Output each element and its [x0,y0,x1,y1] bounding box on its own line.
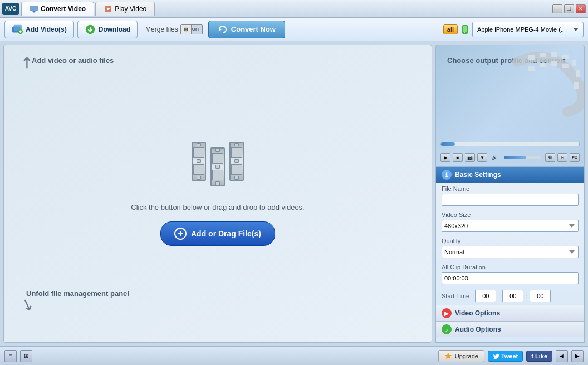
svg-rect-18 [574,82,579,89]
film-hole [197,143,201,147]
grid-view-button[interactable]: ⊞ [20,350,32,362]
film-hole [234,159,239,163]
convert-tab-icon [30,4,38,13]
dropdown-button[interactable]: ▼ [477,153,487,162]
facebook-button[interactable]: f Like [526,351,552,362]
film-strip-middle [210,147,225,186]
tab-play[interactable]: Play Video [95,2,155,16]
progress-fill [441,142,455,146]
time-sep-2: : [526,293,527,299]
film-frame [212,153,223,164]
file-name-row: File Name [436,182,584,209]
svg-rect-0 [30,6,38,11]
download-icon [85,24,96,35]
upgrade-button[interactable]: Upgrade [438,350,484,362]
tab-convert[interactable]: Convert Video [21,2,94,16]
settings-header: ℹ Basic Settings [436,167,584,182]
film-frame [212,170,223,180]
film-strip-left [192,142,206,181]
settings-info-icon: ℹ [442,170,452,180]
duration-input[interactable] [442,272,579,284]
cut-button[interactable]: ✂ [557,153,567,162]
svg-point-11 [464,32,465,33]
merge-files-label: Merge files [145,26,178,33]
film-hole [197,159,201,163]
all-button[interactable]: all [443,24,458,34]
close-button[interactable]: ✕ [576,4,586,13]
volume-fill [504,156,526,159]
video-options-icon: ▶ [442,308,452,318]
twitter-button[interactable]: Tweet [488,351,523,362]
film-hole [197,176,201,180]
upgrade-label: Upgrade [455,353,478,359]
video-options-button[interactable]: ▶ Video Options [436,305,584,321]
add-videos-icon: + [12,24,23,35]
nav-prev-button[interactable]: ◀ [556,350,568,362]
convert-now-label: Convert Now [231,25,276,33]
list-view-button[interactable]: ≡ [4,350,17,362]
twitter-icon [493,353,499,359]
svg-marker-23 [445,353,452,359]
file-name-label: File Name [442,185,579,192]
film-frame [231,147,242,158]
nav-next-button[interactable]: ▶ [571,350,584,362]
phone-icon [459,24,471,35]
start-time-row: Start Time : : : [436,287,584,305]
minimize-button[interactable]: — [552,4,562,13]
convert-now-button[interactable]: Convert Now [208,21,285,38]
settings-header-label: Basic Settings [455,171,501,179]
audio-options-button[interactable]: ♪ Audio Options [436,321,584,337]
video-size-select[interactable]: 480x320 320x240 640x480 1280x720 [442,220,579,232]
window-controls: — ❐ ✕ [552,4,586,13]
audio-options-icon: ♪ [442,324,452,334]
profile-dropdown[interactable]: Apple iPhone MPEG-4 Movie (... [472,22,584,37]
add-circle-icon: + [174,228,187,240]
svg-rect-14 [551,52,557,57]
toggle-squares-icon: ⊞ [181,25,192,34]
add-files-button[interactable]: + Add or Drag File(s) [160,221,275,246]
film-strip-right [229,142,244,181]
play-button[interactable]: ▶ [440,153,450,162]
svg-rect-12 [528,55,535,60]
unfold-hint-text: Unfold file management panel [26,289,129,298]
film-frame [193,164,204,175]
svg-rect-13 [540,53,546,57]
volume-slider[interactable] [504,156,541,159]
convert-icon [218,24,228,34]
merge-files-section: Merge files ⊞ OFF [145,24,203,34]
profile-section: all Apple iPhone MPEG-4 Movie (... [443,22,584,37]
stop-button[interactable]: ■ [453,153,463,162]
quality-select[interactable]: Normal High Low Best [442,246,579,258]
quality-label: Quality [442,238,579,244]
add-videos-button[interactable]: + Add Video(s) [4,21,74,38]
add-hint-text: Add video or audio files [32,56,114,65]
film-hole [215,181,220,185]
svg-rect-16 [572,60,576,66]
duration-label: All Clip Duration [442,264,579,270]
main-container: ↖ Add video or audio files [0,41,588,346]
preview-progress-bar[interactable] [440,142,580,146]
file-name-input[interactable] [442,194,579,206]
restore-button[interactable]: ❐ [564,4,574,13]
video-size-row: Video Size 480x320 320x240 640x480 1280x… [436,209,584,235]
copy-button[interactable]: ⧉ [545,153,555,162]
start-time-seconds[interactable] [530,290,551,302]
start-time-label: Start Time : [442,293,473,299]
video-options-label: Video Options [455,309,500,317]
convert-tab-label: Convert Video [41,5,86,13]
toolbar: + Add Video(s) Download Merge files ⊞ OF… [0,18,588,41]
start-time-minutes[interactable] [502,290,523,302]
film-hole [215,149,220,152]
merge-toggle[interactable]: ⊞ OFF [180,24,203,34]
start-time-hours[interactable] [475,290,496,302]
add-videos-label: Add Video(s) [26,26,67,33]
svg-marker-8 [219,28,222,31]
duration-row: All Clip Duration [436,261,584,287]
svg-rect-15 [562,55,569,59]
fx-button[interactable]: FX [570,153,580,162]
volume-icon: 🔊 [489,153,499,162]
screenshot-button[interactable]: 📷 [465,153,475,162]
download-button[interactable]: Download [77,21,138,38]
svg-rect-19 [528,66,535,71]
app-logo: AVC [2,3,19,15]
